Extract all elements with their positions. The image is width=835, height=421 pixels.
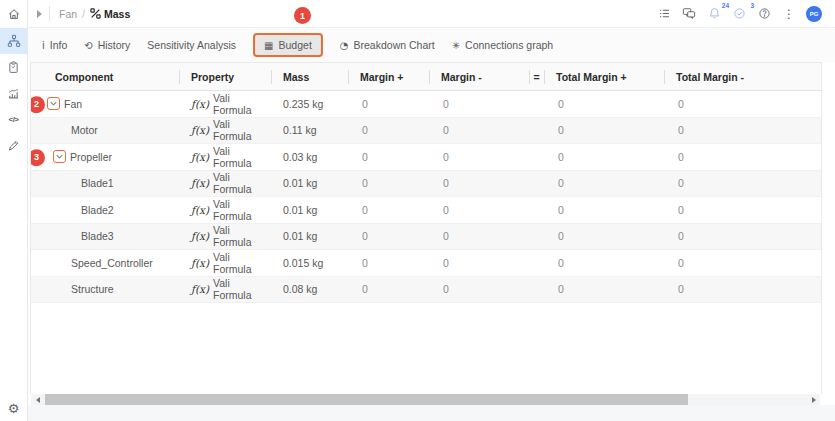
mass-cell: 0.08 kg (271, 277, 348, 303)
table-row[interactable]: Motor ƒ(x) Vali Formula 0.11 kg 0 0 0 0 (31, 118, 821, 145)
mass-property-icon (90, 8, 101, 19)
property-cell: ƒ(x) Vali Formula (179, 118, 271, 144)
total-margin-minus-cell: 0 (664, 171, 821, 197)
sidebar-item-home[interactable] (0, 0, 27, 28)
total-margin-plus-cell: 0 (544, 250, 664, 276)
total-margin-minus-cell: 0 (664, 250, 821, 276)
task-list-icon[interactable] (656, 6, 672, 22)
tab-info[interactable]: i Info (42, 39, 67, 51)
sidebar-item-code[interactable]: </> (0, 106, 27, 132)
margin-plus-cell: 0 (348, 250, 429, 276)
total-margin-minus-cell: 0 (664, 277, 821, 303)
top-bar: Fan / Mass 24 3 ⋮ PG (28, 0, 835, 28)
equals-cell (529, 224, 544, 250)
margin-plus-cell: 0 (348, 224, 429, 250)
total-margin-plus-cell: 0 (544, 197, 664, 223)
sidebar-item-analytics[interactable] (0, 80, 27, 106)
margin-minus-cell: 0 (429, 197, 529, 223)
sidebar-item-product-tree[interactable] (0, 28, 27, 54)
formula-icon: ƒ(x) (191, 124, 209, 136)
annotation-step-2: 2 (31, 96, 45, 113)
component-cell: Speed_Controller (31, 250, 179, 276)
table-row[interactable]: Propeller 3 ƒ(x) Vali Formula 0.03 kg 0 … (31, 144, 821, 171)
help-icon[interactable] (756, 6, 772, 22)
approvals-badge: 3 (750, 2, 754, 9)
total-margin-minus-cell: 0 (664, 224, 821, 250)
scroll-right-arrow[interactable] (807, 394, 820, 405)
collapse-panel-icon[interactable] (37, 10, 42, 18)
clipboard-icon (7, 61, 20, 74)
column-header-margin-minus: Margin - (429, 63, 529, 90)
column-header-mass: Mass (271, 63, 348, 90)
property-cell: ƒ(x) Vali Formula (179, 91, 271, 117)
formula-icon: ƒ(x) (191, 151, 209, 163)
margin-minus-cell: 0 (429, 91, 529, 117)
column-header-property: Property (179, 63, 271, 90)
table-row[interactable]: Blade2 ƒ(x) Vali Formula 0.01 kg 0 0 0 0 (31, 197, 821, 224)
margin-minus-cell: 0 (429, 250, 529, 276)
mass-cell: 0.01 kg (271, 171, 348, 197)
user-avatar[interactable]: PG (806, 6, 822, 22)
breadcrumb-current: Mass (104, 8, 130, 20)
component-cell: Blade3 (31, 224, 179, 250)
topbar-actions: 24 3 ⋮ PG (656, 6, 835, 22)
total-margin-minus-cell: 0 (664, 144, 821, 170)
notifications-badge: 24 (722, 2, 729, 9)
tab-connections-graph[interactable]: ✳ Connections graph (452, 39, 554, 51)
annotation-step-3: 3 (31, 149, 45, 166)
equals-cell (529, 144, 544, 170)
margin-minus-cell: 0 (429, 277, 529, 303)
chat-icon[interactable] (681, 6, 697, 22)
table-header: Component Property Mass Margin + Margin … (31, 63, 821, 91)
table-body: Fan 2 ƒ(x) Vali Formula 0.235 kg 0 0 0 0… (31, 91, 821, 303)
column-header-component: Component (31, 63, 179, 90)
more-options-icon[interactable]: ⋮ (781, 6, 797, 22)
margin-minus-cell: 0 (429, 144, 529, 170)
margin-minus-cell: 0 (429, 171, 529, 197)
approvals-check-icon[interactable]: 3 (731, 6, 747, 22)
equals-cell (529, 171, 544, 197)
table-row[interactable]: Structure ƒ(x) Vali Formula 0.08 kg 0 0 … (31, 277, 821, 304)
notifications-bell-icon[interactable]: 24 (706, 6, 722, 22)
column-header-total-margin-plus: Total Margin + (544, 63, 664, 90)
total-margin-plus-cell: 0 (544, 224, 664, 250)
table-row[interactable]: Blade1 ƒ(x) Vali Formula 0.01 kg 0 0 0 0 (31, 171, 821, 198)
column-header-total-margin-minus: Total Margin - (664, 63, 821, 90)
component-cell: Blade1 (31, 171, 179, 197)
margin-minus-cell: 0 (429, 118, 529, 144)
tab-sensitivity-analysis[interactable]: Sensitivity Analysis (147, 39, 236, 51)
page-footer-strip (28, 405, 835, 421)
code-icon: </> (8, 115, 18, 124)
margin-plus-cell: 0 (348, 171, 429, 197)
formula-icon: ƒ(x) (191, 204, 209, 216)
pie-chart-icon: ◔ (340, 40, 349, 51)
annotation-step-1: 1 (294, 7, 311, 24)
total-margin-minus-cell: 0 (664, 118, 821, 144)
table-row[interactable]: Fan 2 ƒ(x) Vali Formula 0.235 kg 0 0 0 0 (31, 91, 821, 118)
expand-toggle[interactable] (53, 150, 66, 163)
sidebar-item-requirements[interactable] (0, 54, 27, 80)
horizontal-scrollbar[interactable] (31, 394, 820, 405)
analytics-icon (7, 87, 20, 100)
scroll-left-arrow[interactable] (31, 394, 44, 405)
margin-plus-cell: 0 (348, 197, 429, 223)
tab-history[interactable]: ⟲ History (84, 39, 130, 51)
sidebar-item-settings[interactable]: ⚙ (0, 401, 27, 416)
equals-cell (529, 250, 544, 276)
edit-pen-icon (7, 139, 20, 152)
tab-breakdown-chart[interactable]: ◔ Breakdown Chart (340, 39, 435, 51)
tab-budget[interactable]: ▦ Budget (253, 33, 323, 57)
app-window: </> ⚙ Fan / Mass 24 (0, 0, 835, 421)
scrollbar-thumb[interactable] (45, 394, 688, 405)
expand-toggle[interactable] (47, 97, 60, 110)
table-row[interactable]: Blade3 ƒ(x) Vali Formula 0.01 kg 0 0 0 0 (31, 224, 821, 251)
formula-icon: ƒ(x) (191, 98, 209, 110)
equals-cell (529, 91, 544, 117)
sidebar-item-edit[interactable] (0, 132, 27, 158)
formula-icon: ƒ(x) (191, 283, 209, 295)
column-header-equals: = (529, 63, 544, 90)
table-row[interactable]: Speed_Controller ƒ(x) Vali Formula 0.015… (31, 250, 821, 277)
mass-cell: 0.03 kg (271, 144, 348, 170)
home-icon (7, 7, 21, 21)
breadcrumb-parent[interactable]: Fan (59, 8, 77, 20)
